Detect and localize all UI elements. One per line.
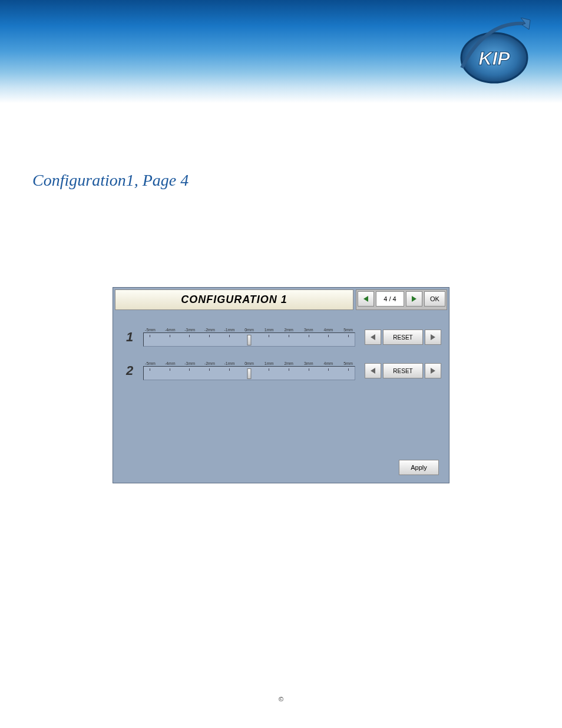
increment-button[interactable] xyxy=(425,363,441,378)
copyright: © xyxy=(0,696,562,703)
config-header: CONFIGURATION 1 4 / 4 OK xyxy=(115,289,447,310)
prev-page-button[interactable] xyxy=(358,291,374,307)
decrement-button[interactable] xyxy=(365,330,381,345)
chevron-left-icon xyxy=(363,296,368,302)
tick-labels: -5mm -4mm -3mm -2mm -1mm 0mm 1mm 2mm 3mm… xyxy=(143,361,355,365)
slider-thumb[interactable] xyxy=(247,368,252,379)
slider-thumb[interactable] xyxy=(247,335,252,345)
header-banner: KIP xyxy=(0,0,562,103)
page-nav-group: 4 / 4 OK xyxy=(356,289,447,310)
slider-area: -5mm -4mm -3mm -2mm -1mm 0mm 1mm 2mm 3mm… xyxy=(138,361,360,380)
reset-button[interactable]: RESET xyxy=(383,330,423,345)
slider-track[interactable] xyxy=(143,332,355,347)
page-title: Configuration1, Page 4 xyxy=(32,171,562,190)
configuration-panel: CONFIGURATION 1 4 / 4 OK 1 -5mm -4mm -3m… xyxy=(113,287,449,483)
chevron-left-icon xyxy=(371,334,375,340)
slider-row-1: 1 -5mm -4mm -3mm -2mm -1mm 0mm 1mm 2mm 3… xyxy=(121,328,441,347)
config-title: CONFIGURATION 1 xyxy=(115,289,353,310)
tick-labels: -5mm -4mm -3mm -2mm -1mm 0mm 1mm 2mm 3mm… xyxy=(143,328,355,332)
next-page-button[interactable] xyxy=(406,291,422,307)
row-number: 1 xyxy=(121,330,138,345)
decrement-button[interactable] xyxy=(365,363,381,378)
slider-controls: RESET xyxy=(365,330,441,345)
config-body: 1 -5mm -4mm -3mm -2mm -1mm 0mm 1mm 2mm 3… xyxy=(115,328,447,481)
apply-button[interactable]: Apply xyxy=(399,460,439,475)
chevron-right-icon xyxy=(412,296,416,302)
slider-row-2: 2 -5mm -4mm -3mm -2mm -1mm 0mm 1mm 2mm 3… xyxy=(121,361,441,380)
ok-button[interactable]: OK xyxy=(424,291,445,307)
reset-button[interactable]: RESET xyxy=(383,363,423,378)
increment-button[interactable] xyxy=(425,330,441,345)
slider-track[interactable] xyxy=(143,366,355,380)
chevron-left-icon xyxy=(371,368,375,374)
chevron-right-icon xyxy=(431,334,435,340)
svg-text:KIP: KIP xyxy=(478,48,510,69)
kip-logo: KIP xyxy=(450,18,538,88)
slider-area: -5mm -4mm -3mm -2mm -1mm 0mm 1mm 2mm 3mm… xyxy=(138,328,360,347)
slider-controls: RESET xyxy=(365,363,441,378)
page-indicator: 4 / 4 xyxy=(376,291,404,307)
chevron-right-icon xyxy=(431,368,435,374)
row-number: 2 xyxy=(121,363,138,378)
